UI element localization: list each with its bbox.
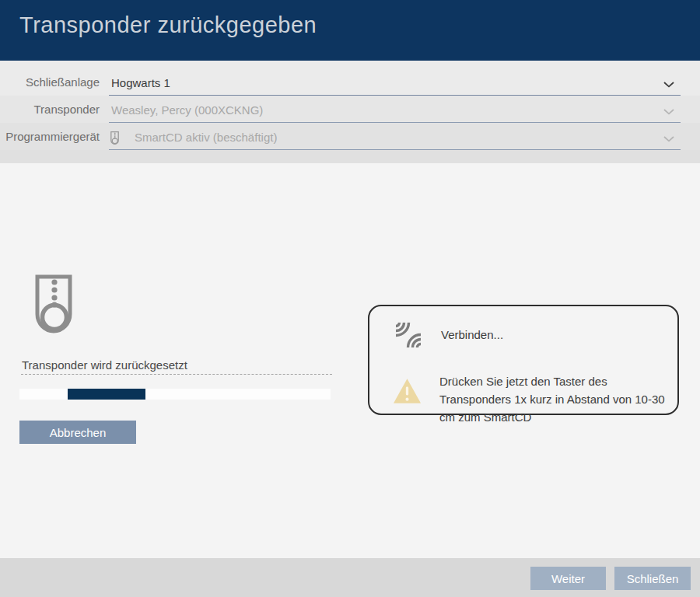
- transponder-icon: [110, 131, 119, 145]
- progress-bar: [19, 389, 331, 400]
- programmiergeraet-value: SmartCD aktiv (beschäftigt): [135, 131, 277, 144]
- close-button[interactable]: Schließen: [614, 567, 691, 590]
- message-panel: Verbinden... Drücken Sie jetzt den Taste…: [368, 305, 679, 415]
- radio-waves-icon: [393, 319, 424, 351]
- instruction-text: Drücken Sie jetzt den Taster des Transpo…: [439, 372, 677, 426]
- progress-segment: [68, 389, 145, 400]
- transponder-label: Transponder: [0, 103, 100, 116]
- form-area-bottom: [0, 150, 700, 163]
- chevron-down-icon: [663, 136, 674, 142]
- chevron-down-icon[interactable]: [663, 82, 674, 88]
- transponder-icon: [35, 274, 72, 333]
- chevron-down-icon: [663, 109, 674, 115]
- form-row-transponder: Transponder Weasley, Percy (000XCKNG): [0, 96, 700, 123]
- schliessanlage-select[interactable]: Hogwarts 1: [109, 74, 681, 96]
- programmiergeraet-label: Programmiergerät: [0, 130, 100, 143]
- progress-status-label: Transponder wird zurückgesetzt: [22, 358, 187, 372]
- footer-bar: Weiter Schließen: [0, 558, 700, 597]
- programmiergeraet-select-disabled: SmartCD aktiv (beschäftigt): [109, 128, 681, 150]
- transponder-value: Weasley, Percy (000XCKNG): [111, 103, 263, 117]
- form-row-schliessanlage: Schließanlage Hogwarts 1: [0, 61, 700, 96]
- warning-icon: [393, 378, 422, 404]
- schliessanlage-value: Hogwarts 1: [111, 76, 170, 89]
- dialog-title: Transponder zurückgegeben: [19, 12, 317, 38]
- form-row-programmiergeraet: Programmiergerät SmartCD aktiv (beschäft…: [0, 123, 700, 150]
- next-button[interactable]: Weiter: [530, 567, 606, 590]
- connect-status-text: Verbinden...: [441, 328, 503, 341]
- dashed-divider: [21, 374, 332, 375]
- cancel-button[interactable]: Abbrechen: [19, 421, 136, 444]
- schliessanlage-label: Schließanlage: [0, 75, 100, 89]
- transponder-select-disabled: Weasley, Percy (000XCKNG): [109, 101, 681, 123]
- dialog-header: Transponder zurückgegeben: [0, 0, 700, 61]
